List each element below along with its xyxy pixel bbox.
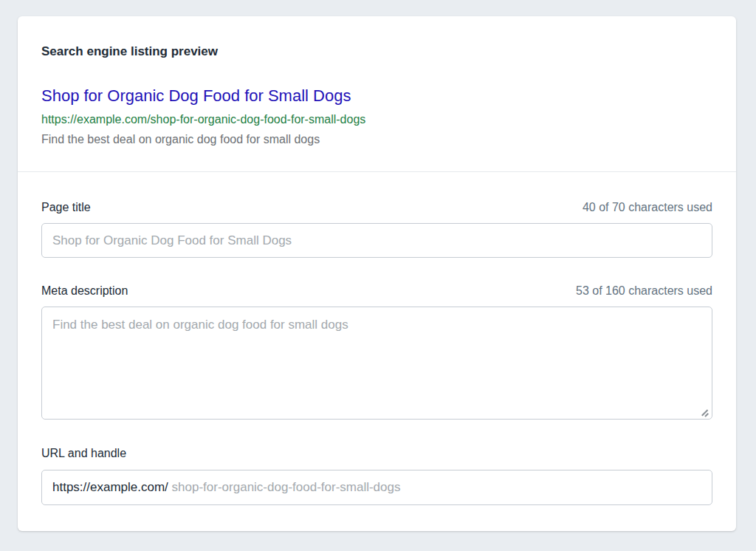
serp-preview-url: https://example.com/shop-for-organic-dog… <box>41 112 712 127</box>
card-title: Search engine listing preview <box>41 43 712 61</box>
page-title-input[interactable] <box>41 223 712 258</box>
url-handle-label: URL and handle <box>41 445 126 462</box>
page-title-label: Page title <box>41 199 91 216</box>
meta-description-label-row: Meta description 53 of 160 characters us… <box>41 282 712 300</box>
textarea-resize-handle-icon[interactable] <box>701 408 709 417</box>
serp-preview: Shop for Organic Dog Food for Small Dogs… <box>41 86 712 147</box>
url-handle-input[interactable] <box>172 480 701 495</box>
seo-edit-form: Page title 40 of 70 characters used Meta… <box>18 171 736 505</box>
meta-description-textarea[interactable] <box>41 307 712 420</box>
serp-preview-title: Shop for Organic Dog Food for Small Dogs <box>41 86 351 106</box>
meta-description-label: Meta description <box>41 282 128 300</box>
page-title-character-counter: 40 of 70 characters used <box>583 199 712 216</box>
seo-listing-card: Search engine listing preview Shop for O… <box>18 16 736 531</box>
url-handle-field[interactable]: https://example.com/ <box>41 470 712 505</box>
meta-description-character-counter: 53 of 160 characters used <box>576 282 712 300</box>
url-handle-label-row: URL and handle <box>41 445 712 462</box>
url-prefix-text: https://example.com/ <box>52 480 172 495</box>
page-title-label-row: Page title 40 of 70 characters used <box>41 199 712 216</box>
serp-preview-description: Find the best deal on organic dog food f… <box>41 132 712 147</box>
